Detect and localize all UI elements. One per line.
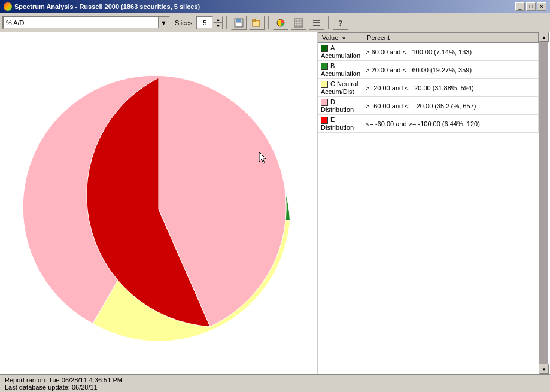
legend-row[interactable]: D Distribution> -60.00 and <= -20.00 (35… (318, 97, 539, 115)
pie-chart-icon (276, 18, 285, 28)
legend-color-box (321, 45, 328, 52)
status-line1: Report ran on: Tue 06/28/11 4:36:51 PM (5, 376, 545, 384)
legend-label-cell: B Accumulation (318, 61, 363, 79)
sort-icon: ▼ (341, 36, 346, 41)
legend-range-cell: > 60.00 and <= 100.00 (7.14%, 133) (363, 43, 539, 61)
legend-color-box (321, 99, 328, 106)
svg-rect-4 (253, 19, 256, 21)
spin-down[interactable]: ▼ (213, 23, 223, 29)
spin-up[interactable]: ▲ (213, 16, 223, 23)
title-buttons[interactable]: _ □ ✕ (515, 2, 546, 11)
window-title: Spectrum Analysis - Russell 2000 (1863 s… (14, 3, 200, 10)
save-button[interactable] (231, 16, 247, 30)
slices-label: Slices: (175, 19, 194, 26)
legend-area: Value ▼ Percent A Accumulation> 60.00 an… (317, 32, 539, 374)
title-bar-left: Spectrum Analysis - Russell 2000 (1863 s… (4, 2, 200, 11)
legend-header-row: Value ▼ Percent (318, 33, 539, 43)
toolbar: % A/D ▼ Slices: ▲ ▼ (0, 13, 550, 32)
minimize-button[interactable]: _ (515, 2, 525, 11)
legend-color-box (321, 81, 328, 88)
legend-row[interactable]: B Accumulation> 20.00 and <= 60.00 (19.2… (318, 61, 539, 79)
legend-label-cell: D Distribution (318, 97, 363, 115)
dropdown-arrow[interactable]: ▼ (158, 17, 169, 28)
grid-button[interactable] (291, 16, 306, 30)
legend-row[interactable]: C Neutral Accum/Dist> -20.00 and <= 20.0… (318, 79, 539, 97)
svg-rect-1 (236, 19, 241, 22)
legend-color-box (321, 63, 328, 70)
slices-control: ▲ ▼ (196, 16, 223, 29)
slices-spinner[interactable]: ▲ ▼ (213, 16, 223, 29)
svg-text:?: ? (338, 19, 342, 28)
toolbar-sep-2 (268, 16, 269, 29)
legend-label-cell: C Neutral Accum/Dist (318, 79, 363, 97)
legend-range-cell: > -60.00 and <= -20.00 (35.27%, 657) (363, 97, 539, 115)
app-icon (4, 2, 12, 11)
legend-range-cell: > -20.00 and <= 20.00 (31.88%, 594) (363, 79, 539, 97)
list-button[interactable] (309, 16, 324, 30)
legend-range-cell: > 20.00 and <= 60.00 (19.27%, 359) (363, 61, 539, 79)
legend-label-cell: E Distribution (318, 115, 363, 133)
legend-table: Value ▼ Percent A Accumulation> 60.00 an… (318, 32, 539, 133)
maximize-button[interactable]: □ (526, 2, 536, 11)
col-value-header[interactable]: Value ▼ (318, 33, 363, 43)
slices-input[interactable] (196, 16, 213, 29)
open-icon (252, 18, 262, 28)
scroll-track[interactable] (539, 42, 548, 364)
legend-color-box (321, 117, 328, 124)
scroll-down-button[interactable]: ▼ (539, 364, 549, 374)
svg-rect-2 (236, 23, 242, 26)
scrollbar-vertical[interactable]: ▲ ▼ (539, 32, 548, 374)
legend-body: A Accumulation> 60.00 and <= 100.00 (7.1… (318, 43, 539, 133)
chart-area (0, 32, 317, 374)
close-button[interactable]: ✕ (537, 2, 546, 11)
legend-row[interactable]: E Distribution<= -60.00 and >= -100.00 (… (318, 115, 539, 133)
help-button[interactable]: ? (333, 16, 348, 30)
dropdown-value: % A/D (4, 19, 158, 26)
open-button[interactable] (249, 16, 265, 30)
title-bar: Spectrum Analysis - Russell 2000 (1863 s… (0, 0, 550, 13)
pie-chart-svg (9, 51, 308, 356)
legend-label-cell: A Accumulation (318, 43, 363, 61)
main-content: Value ▼ Percent A Accumulation> 60.00 an… (0, 32, 550, 374)
right-panel: Value ▼ Percent A Accumulation> 60.00 an… (317, 32, 550, 374)
pie-chart-button[interactable] (273, 16, 288, 30)
svg-rect-5 (253, 22, 259, 26)
toolbar-sep-3 (328, 16, 329, 29)
col-percent-header[interactable]: Percent (363, 33, 539, 43)
grid-icon (294, 18, 303, 28)
analysis-dropdown[interactable]: % A/D ▼ (2, 16, 170, 29)
help-icon: ? (336, 18, 345, 28)
status-bar: Report ran on: Tue 06/28/11 4:36:51 PM L… (0, 374, 550, 392)
save-icon (234, 18, 244, 28)
status-line2: Last database update: 06/28/11 (5, 384, 545, 391)
legend-range-cell: <= -60.00 and >= -100.00 (6.44%, 120) (363, 115, 539, 133)
legend-row[interactable]: A Accumulation> 60.00 and <= 100.00 (7.1… (318, 43, 539, 61)
list-icon (312, 18, 321, 28)
scroll-up-button[interactable]: ▲ (539, 32, 549, 42)
toolbar-sep-1 (226, 16, 227, 29)
